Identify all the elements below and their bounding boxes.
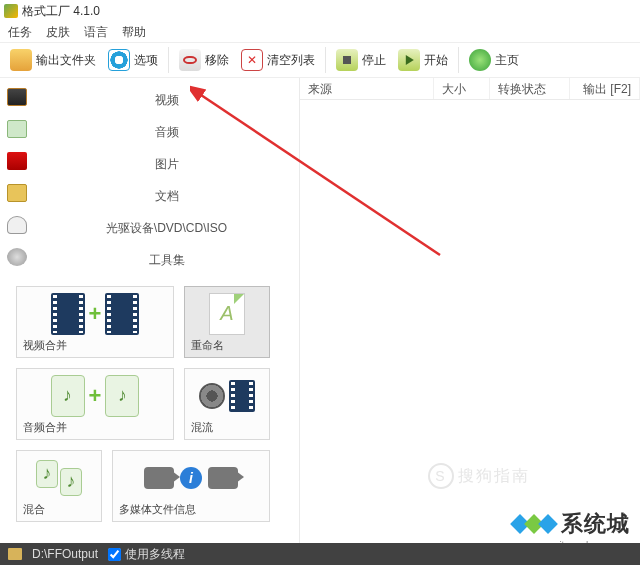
col-size[interactable]: 大小 — [434, 78, 490, 99]
left-panel: 视频 音频 图片 文档 光驱设备\DVD\CD\ISO 工具集 + 视频合并 重… — [0, 78, 300, 543]
multithread-label: 使用多线程 — [125, 546, 185, 563]
status-bar: D:\FFOutput 使用多线程 — [0, 543, 640, 565]
note-icon — [105, 375, 139, 417]
menu-lang[interactable]: 语言 — [84, 24, 108, 41]
category-optical[interactable]: 光驱设备\DVD\CD\ISO — [34, 216, 299, 240]
film-icon — [229, 380, 255, 412]
tile-mux[interactable]: 混流 — [184, 368, 270, 440]
plus-icon: + — [89, 383, 102, 409]
category-picture[interactable]: 图片 — [34, 152, 299, 176]
tile-mix[interactable]: 混合 — [16, 450, 102, 522]
separator — [325, 47, 326, 73]
stop-button[interactable]: 停止 — [330, 45, 392, 75]
note-icon — [51, 375, 85, 417]
home-label: 主页 — [495, 52, 519, 69]
video-icon[interactable] — [7, 88, 27, 106]
remove-label: 移除 — [205, 52, 229, 69]
output-folder-label: 输出文件夹 — [36, 52, 96, 69]
menu-help[interactable]: 帮助 — [122, 24, 146, 41]
category-list: 视频 音频 图片 文档 光驱设备\DVD\CD\ISO 工具集 — [34, 78, 299, 280]
options-label: 选项 — [134, 52, 158, 69]
film-icon — [105, 293, 139, 335]
tile-label: 视频合并 — [23, 338, 67, 353]
menu-bar: 任务 皮肤 语言 帮助 — [0, 22, 640, 42]
tile-label: 重命名 — [191, 338, 224, 353]
title-bar: 格式工厂 4.1.0 — [0, 0, 640, 22]
home-icon — [469, 49, 491, 71]
film-icon — [51, 293, 85, 335]
options-icon — [108, 49, 130, 71]
start-icon — [398, 49, 420, 71]
folder-icon — [10, 49, 32, 71]
category-icon-strip — [0, 78, 34, 280]
category-tools[interactable]: 工具集 — [34, 248, 299, 272]
remove-icon — [179, 49, 201, 71]
output-folder-button[interactable]: 输出文件夹 — [4, 45, 102, 75]
output-path[interactable]: D:\FFOutput — [32, 547, 98, 561]
tile-media-info[interactable]: i 多媒体文件信息 — [112, 450, 270, 522]
right-panel: 来源 大小 转换状态 输出 [F2] — [300, 78, 640, 543]
grid-header: 来源 大小 转换状态 输出 [F2] — [300, 78, 640, 100]
col-state[interactable]: 转换状态 — [490, 78, 570, 99]
stop-label: 停止 — [362, 52, 386, 69]
picture-icon[interactable] — [7, 152, 27, 170]
optical-icon[interactable] — [7, 216, 27, 234]
options-button[interactable]: 选项 — [102, 45, 164, 75]
tile-rename[interactable]: 重命名 — [184, 286, 270, 358]
app-icon — [4, 4, 18, 18]
category-document[interactable]: 文档 — [34, 184, 299, 208]
reel-icon — [199, 383, 225, 409]
camera-icon — [144, 467, 174, 489]
camera-icon — [208, 467, 238, 489]
multithread-checkbox[interactable] — [108, 548, 121, 561]
separator — [458, 47, 459, 73]
tile-label: 音频合并 — [23, 420, 67, 435]
tile-label: 多媒体文件信息 — [119, 502, 196, 517]
category-audio[interactable]: 音频 — [34, 120, 299, 144]
info-icon: i — [180, 467, 202, 489]
tools-icon[interactable] — [7, 248, 27, 266]
multithread-toggle[interactable]: 使用多线程 — [108, 546, 185, 563]
clear-icon — [241, 49, 263, 71]
mix-icon — [36, 460, 82, 496]
tile-label: 混合 — [23, 502, 45, 517]
rename-doc-icon — [209, 293, 245, 335]
start-button[interactable]: 开始 — [392, 45, 454, 75]
separator — [168, 47, 169, 73]
col-source[interactable]: 来源 — [300, 78, 434, 99]
toolbar: 输出文件夹 选项 移除 清空列表 停止 开始 主页 — [0, 42, 640, 78]
remove-button[interactable]: 移除 — [173, 45, 235, 75]
clear-button[interactable]: 清空列表 — [235, 45, 321, 75]
app-title: 格式工厂 4.1.0 — [22, 3, 100, 20]
tools-tiles: + 视频合并 重命名 + 音频合并 混流 混合 i 多媒体文件信息 — [0, 280, 299, 528]
tile-label: 混流 — [191, 420, 213, 435]
start-label: 开始 — [424, 52, 448, 69]
document-icon[interactable] — [7, 184, 27, 202]
audio-icon[interactable] — [7, 120, 27, 138]
category-video[interactable]: 视频 — [34, 88, 299, 112]
clear-label: 清空列表 — [267, 52, 315, 69]
tile-audio-merge[interactable]: + 音频合并 — [16, 368, 174, 440]
tile-video-merge[interactable]: + 视频合并 — [16, 286, 174, 358]
plus-icon: + — [89, 301, 102, 327]
menu-task[interactable]: 任务 — [8, 24, 32, 41]
stop-icon — [336, 49, 358, 71]
folder-icon[interactable] — [8, 548, 22, 560]
menu-skin[interactable]: 皮肤 — [46, 24, 70, 41]
col-output[interactable]: 输出 [F2] — [570, 78, 640, 99]
home-button[interactable]: 主页 — [463, 45, 525, 75]
